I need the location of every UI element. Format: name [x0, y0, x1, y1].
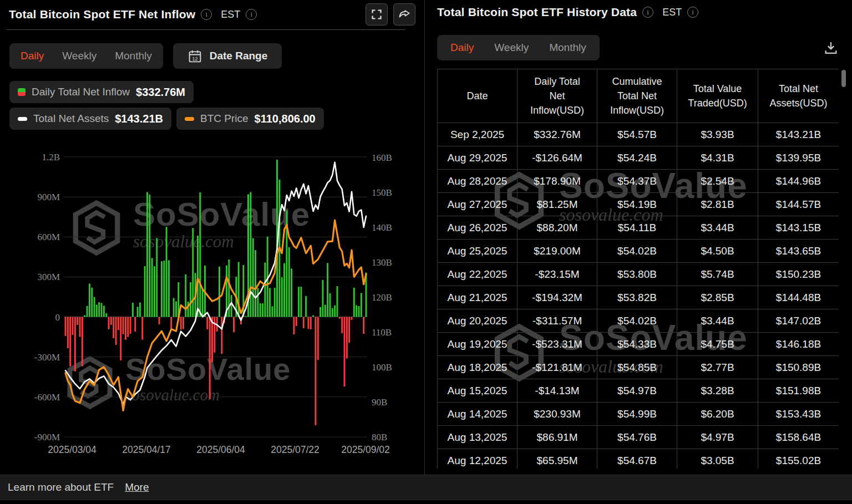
footer-bar: Learn more about ETF More — [0, 475, 852, 500]
tab-weekly[interactable]: Weekly — [62, 50, 97, 62]
table-cell: Sep 2,2025 — [438, 123, 518, 146]
legend-daily-net-inflow[interactable]: Daily Total Net Inflow $332.76M — [9, 81, 194, 103]
table-cell: Aug 15,2025 — [438, 379, 518, 403]
footer-text: Learn more about ETF — [8, 481, 114, 493]
table-cell: Aug 12,2025 — [438, 449, 518, 469]
table-cell: Aug 29,2025 — [438, 146, 518, 170]
svg-text:-900M: -900M — [34, 432, 60, 442]
timezone-info-icon[interactable] — [246, 9, 257, 20]
table-cell: $4.50B — [677, 240, 758, 263]
tab-monthly[interactable]: Monthly — [549, 42, 586, 54]
more-link[interactable]: More — [125, 481, 149, 493]
timezone-label: EST — [662, 7, 682, 18]
table-cell: $88.20M — [518, 216, 597, 240]
info-icon[interactable] — [201, 9, 212, 20]
table-cell: $54.76B — [597, 426, 677, 449]
table-cell: $54.99B — [597, 403, 677, 426]
table-cell: $3.93B — [677, 123, 758, 146]
table-header-row: DateDaily Total Net Inflow(USD)Cumulativ… — [438, 69, 839, 123]
legend-label: Daily Total Net Inflow — [32, 86, 130, 98]
table-cell: -$194.32M — [518, 286, 597, 309]
table-cell: $3.05B — [677, 449, 758, 469]
fullscreen-button[interactable] — [366, 3, 388, 26]
share-button[interactable] — [393, 3, 415, 26]
history-data-panel: Total Bitcoin Spot ETF History Data EST … — [425, 0, 852, 475]
table-cell: Aug 13,2025 — [438, 426, 518, 449]
svg-text:110B: 110B — [372, 327, 392, 338]
fullscreen-icon — [371, 9, 382, 20]
download-button[interactable] — [821, 38, 840, 57]
table-row: Aug 18,2025-$121.81M$54.85B$2.77B$150.89… — [438, 356, 839, 379]
table-row: Aug 28,2025$178.90M$54.37B$2.54B$144.96B — [438, 170, 839, 193]
tab-daily[interactable]: Daily — [450, 42, 474, 54]
legend-btc-price[interactable]: BTC Price $110,806.00 — [176, 108, 324, 130]
share-icon — [398, 8, 410, 21]
column-header: Total Value Traded(USD) — [677, 69, 758, 123]
svg-text:300M: 300M — [37, 272, 60, 282]
inflow-chart-svg[interactable]: 1.2B900M600M300M0-300M-600M-900M160B150B… — [0, 141, 424, 466]
legend-value: $332.76M — [136, 86, 185, 99]
table-cell: -$121.81M — [518, 356, 597, 379]
table-cell: $54.02B — [597, 309, 677, 333]
table-cell: $65.95M — [518, 449, 597, 469]
table-cell: Aug 21,2025 — [438, 286, 518, 309]
net-inflow-panel: Total Bitcoin Spot ETF Net Inflow EST Da… — [0, 0, 424, 475]
table-cell: $54.33B — [597, 333, 677, 356]
table-cell: $54.97B — [597, 379, 677, 403]
info-icon[interactable] — [642, 7, 653, 18]
table-cell: -$23.15M — [518, 263, 597, 286]
table-cell: $54.67B — [597, 449, 677, 469]
table-row: Sep 2,2025$332.76M$54.57B$3.93B$143.21B — [438, 123, 839, 146]
svg-text:2025/04/17: 2025/04/17 — [122, 444, 171, 455]
inflow-chart[interactable]: SoSoValue sosovalue.com SoSoValue sosova… — [0, 141, 424, 466]
svg-text:100B: 100B — [372, 362, 392, 373]
assets-line-swatch-icon — [18, 117, 27, 121]
bar-series-swatch-icon — [18, 88, 26, 96]
history-data-table: DateDaily Total Net Inflow(USD)Cumulativ… — [437, 69, 839, 469]
table-cell: $151.98B — [758, 379, 839, 403]
svg-text:80B: 80B — [372, 432, 387, 442]
download-icon — [823, 40, 839, 55]
tab-monthly[interactable]: Monthly — [115, 50, 152, 62]
table-row: Aug 13,2025$86.91M$54.76B$4.97B$158.64B — [438, 426, 839, 449]
header-divider — [7, 29, 405, 30]
page-title: Total Bitcoin Spot ETF Net Inflow — [9, 8, 195, 21]
table-cell: Aug 14,2025 — [438, 403, 518, 426]
table-cell: $3.28B — [677, 379, 758, 403]
tab-weekly[interactable]: Weekly — [494, 42, 529, 54]
table-cell: $144.96B — [758, 170, 839, 193]
legend-total-net-assets[interactable]: Total Net Assets $143.21B — [9, 108, 171, 130]
svg-text:-300M: -300M — [34, 352, 60, 363]
svg-text:0: 0 — [55, 312, 60, 323]
table-cell: Aug 28,2025 — [438, 170, 518, 193]
svg-text:140B: 140B — [372, 222, 392, 233]
calendar-icon: 12 — [187, 49, 202, 64]
table-cell: $3.44B — [677, 216, 758, 240]
svg-text:600M: 600M — [37, 232, 60, 242]
timezone-info-icon[interactable] — [687, 7, 698, 18]
table-cell: $54.11B — [597, 216, 677, 240]
svg-text:12: 12 — [192, 55, 197, 61]
svg-text:90B: 90B — [372, 397, 387, 408]
table-cell: $53.82B — [597, 286, 677, 309]
tab-daily[interactable]: Daily — [21, 50, 44, 62]
table-cell: $158.64B — [758, 426, 839, 449]
table-row: Aug 27,2025$81.25M$54.19B$2.81B$144.57B — [438, 193, 839, 216]
table-cell: Aug 22,2025 — [438, 263, 518, 286]
legend-label: Total Net Assets — [33, 113, 109, 125]
table-scrollbar-thumb[interactable] — [841, 70, 846, 87]
column-header: Cumulative Total Net Inflow(USD) — [597, 69, 677, 123]
svg-text:2025/06/04: 2025/06/04 — [196, 444, 245, 455]
column-header: Date — [438, 69, 518, 123]
table-cell: $2.85B — [677, 286, 758, 309]
table-cell: $81.25M — [518, 193, 597, 216]
date-range-button[interactable]: 12 Date Range — [173, 43, 282, 69]
table-row: Aug 14,2025$230.93M$54.99B$6.20B$153.43B — [438, 403, 839, 426]
table-cell: -$14.13M — [518, 379, 597, 403]
table-cell: $139.95B — [758, 146, 839, 170]
table-cell: $4.97B — [677, 426, 758, 449]
timezone-label: EST — [221, 9, 240, 21]
table-cell: Aug 27,2025 — [438, 193, 518, 216]
table-cell: Aug 19,2025 — [438, 333, 518, 356]
history-table: SoSoValue sosovalue.com SoSoValue sosova… — [437, 69, 839, 469]
